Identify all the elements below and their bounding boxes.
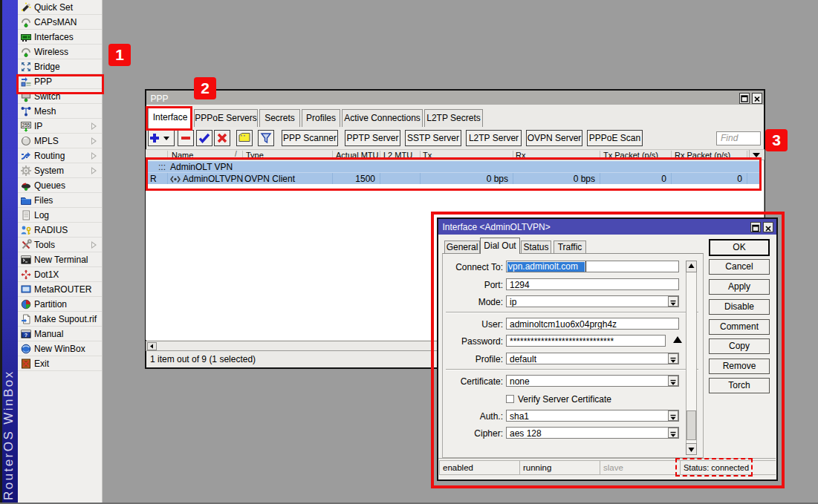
svg-text:255: 255 [22, 122, 30, 128]
svg-text:?: ? [25, 333, 27, 338]
